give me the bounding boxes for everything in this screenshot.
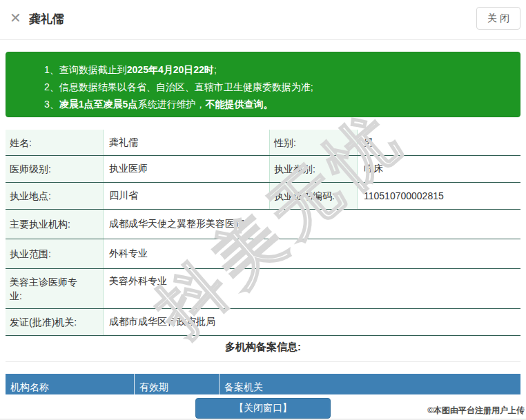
table-row: 医师级别: 执业医师 执业类别: 临床 [6,156,520,183]
field-label-doctor-level: 医师级别: [6,156,104,182]
field-label-practice-location: 执业地点: [6,183,104,209]
notice-banner: 1、查询数据截止到2025年4月20日22时; 2、信息数据结果以各省、自治区、… [6,52,520,117]
field-value-practice-location: 四川省 [104,183,269,209]
field-value-main-institution: 成都成华天使之翼整形美容医院 [104,210,520,239]
field-value-issuing-authority: 成都市成华区行政审批局 [104,309,520,335]
table-row: 姓名: 龚礼儒 性别: 男 [6,130,520,156]
table-row: 执业范围: 外科专业 [6,239,520,269]
dialog-header: ✕ 龚礼儒 关 闭 [0,0,526,40]
field-value-cosmetic-specialty: 美容外科专业 [104,269,520,308]
field-label-issuing-authority: 发证(批准)机关: [6,309,104,335]
notice-line-2: 2、信息数据结果以各省、自治区、直辖市卫生健康委数据为准; [44,79,512,96]
field-value-gender: 男 [358,130,520,155]
close-button[interactable]: 关 闭 [476,7,520,30]
field-value-practice-category: 临床 [358,156,520,182]
footer-bar: 【关闭窗口】 ©本图由平台注册用户上传 [0,394,526,420]
field-value-practice-scope: 外科专业 [104,239,520,268]
section-title-multi-institution: 多机构备案信息: [0,341,526,354]
field-value-certificate-number: 110510700002815 [358,183,520,209]
section-divider [6,361,520,362]
table-row: 执业地点: 四川省 执业证书编码: 110510700002815 [6,183,520,210]
field-label-practice-category: 执业类别: [269,156,358,182]
upload-credit-text: ©本图由平台注册用户上传 [427,405,525,417]
profile-table: 姓名: 龚礼儒 性别: 男 医师级别: 执业医师 执业类别: 临床 执业地点: … [6,130,520,336]
notice-line-1: 1、查询数据截止到2025年4月20日22时; [44,61,512,79]
notice-line-3: 3、凌晨1点至凌晨5点系统进行维护，不能提供查询。 [44,96,512,113]
practitioner-dialog: ✕ 龚礼儒 关 闭 1、查询数据截止到2025年4月20日22时; 2、信息数据… [0,0,526,420]
close-window-button[interactable]: 【关闭窗口】 [195,398,331,419]
field-label-cosmetic-specialty: 美容主诊医师专业: [6,269,104,308]
field-value-name: 龚礼儒 [104,130,269,155]
close-icon[interactable]: ✕ [10,11,21,25]
table-row: 主要执业机构: 成都成华天使之翼整形美容医院 [6,210,520,239]
table-row: 发证(批准)机关: 成都市成华区行政审批局 [6,309,520,336]
field-label-certificate-number: 执业证书编码: [269,183,358,209]
field-label-gender: 性别: [269,130,358,155]
field-value-doctor-level: 执业医师 [104,156,269,182]
page-title: 龚礼儒 [29,11,64,27]
field-label-practice-scope: 执业范围: [6,239,104,268]
table-row: 美容主诊医师专业: 美容外科专业 [6,269,520,309]
field-label-main-institution: 主要执业机构: [6,210,104,239]
field-label-name: 姓名: [6,130,104,155]
